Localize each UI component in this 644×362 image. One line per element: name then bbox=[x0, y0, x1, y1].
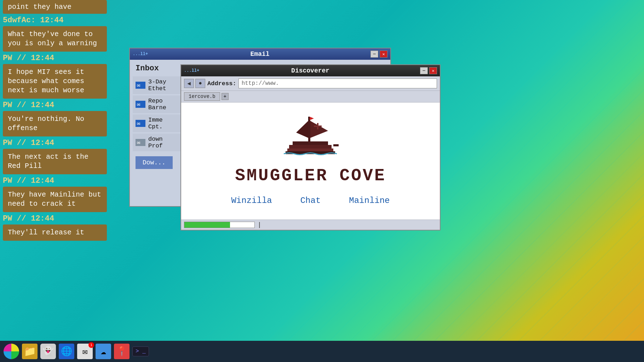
email-item-text-2: RepoBarne bbox=[148, 98, 166, 111]
browser-minimize-button[interactable]: — bbox=[420, 67, 428, 74]
taskbar-cloud-icon[interactable]: ☁ bbox=[96, 344, 111, 359]
chat-bubble-5: They have Mainline but need to crack it bbox=[3, 187, 107, 212]
taskbar-terminal[interactable]: > _ bbox=[132, 346, 149, 356]
taskbar-map-icon[interactable]: 📍 bbox=[114, 344, 130, 359]
chat-group-1: 5dwfAc: 12:44 What they've done to you i… bbox=[0, 14, 110, 52]
email-title: Email bbox=[149, 51, 370, 58]
chat-bubble-4: The next act is the Red Pill bbox=[3, 149, 107, 174]
email-minimize-button[interactable]: — bbox=[370, 51, 378, 58]
smuggler-nav-links: Winzilla Chat Mainline bbox=[231, 196, 390, 205]
chat-truncated-message: point they have bbox=[3, 0, 107, 14]
email-item-text-1: 3-DayEthet bbox=[148, 78, 166, 92]
chat-group-6: PW // 12:44 They'll release it bbox=[0, 213, 110, 241]
email-signal: ...ll+ bbox=[133, 52, 148, 57]
mail-notification-badge: 1 bbox=[88, 342, 94, 348]
page-load-progress bbox=[184, 222, 255, 228]
svg-rect-9 bbox=[308, 117, 310, 121]
browser-window: ...ll+ Discoverer — ✕ ◀ ● Address: 1erco… bbox=[180, 64, 441, 230]
taskbar-folder-icon[interactable]: 📁 bbox=[22, 344, 38, 359]
smuggler-link-mainline[interactable]: Mainline bbox=[349, 196, 390, 205]
smuggler-cove-title: SMUGGLER COVE bbox=[235, 166, 386, 185]
browser-tab-active[interactable]: 1ercove.b bbox=[184, 92, 220, 101]
browser-signal: ...ll+ bbox=[184, 68, 199, 73]
taskbar-mail-icon[interactable]: ✉ 1 bbox=[77, 344, 93, 359]
browser-toolbar: ◀ ● Address: bbox=[181, 76, 440, 91]
browser-content: SMUGGLER COVE Winzilla Chat Mainline bbox=[181, 103, 440, 220]
svg-marker-6 bbox=[296, 121, 308, 138]
chat-timestamp-2: PW // 12:44 bbox=[0, 52, 110, 63]
email-envelope-icon-2 bbox=[136, 101, 145, 108]
taskbar-ghost-icon[interactable]: 👻 bbox=[40, 344, 56, 359]
chat-timestamp-5: PW // 12:44 bbox=[0, 175, 110, 186]
chat-sidebar: point they have 5dwfAc: 12:44 What they'… bbox=[0, 0, 110, 362]
chat-timestamp-4: PW // 12:44 bbox=[0, 137, 110, 148]
smuggler-link-winzilla[interactable]: Winzilla bbox=[231, 196, 272, 205]
start-button[interactable] bbox=[4, 344, 19, 359]
chat-group-5: PW // 12:44 They have Mainline but need … bbox=[0, 175, 110, 213]
browser-window-controls[interactable]: — ✕ bbox=[420, 67, 437, 74]
chat-timestamp-6: PW // 12:44 bbox=[0, 213, 110, 224]
chat-bubble-1: What they've done to you is only a warni… bbox=[3, 26, 107, 52]
email-envelope-icon-1 bbox=[136, 82, 145, 89]
browser-navigation[interactable]: ◀ ● bbox=[184, 79, 205, 88]
chat-group-3: PW // 12:44 You're nothing. No offense bbox=[0, 99, 110, 137]
browser-titlebar: ...ll+ Discoverer — ✕ bbox=[181, 65, 440, 76]
address-bar-input[interactable] bbox=[238, 78, 437, 88]
browser-status-bar: | bbox=[181, 220, 440, 230]
email-item-text-4: downProf bbox=[148, 136, 163, 149]
email-item-text-3: ImmeCpt. bbox=[148, 117, 163, 130]
email-download-button[interactable]: Dow... bbox=[136, 156, 173, 169]
svg-rect-8 bbox=[317, 123, 318, 129]
email-envelope-icon-4 bbox=[136, 139, 145, 146]
chat-bubble-2: I hope MI7 sees it because what comes ne… bbox=[3, 64, 107, 99]
chat-bubble-3: You're nothing. No offense bbox=[3, 111, 107, 136]
smuggler-cove-logo: SMUGGLER COVE Winzilla Chat Mainline bbox=[231, 110, 390, 205]
taskbar: 📁 👻 🌐 ✉ 1 ☁ 📍 > _ bbox=[0, 341, 644, 362]
chat-group-2: PW // 12:44 I hope MI7 sees it because w… bbox=[0, 52, 110, 99]
browser-title: Discoverer bbox=[201, 67, 420, 74]
address-label: Address: bbox=[207, 80, 236, 87]
svg-marker-5 bbox=[310, 121, 328, 138]
chat-group-4: PW // 12:44 The next act is the Red Pill bbox=[0, 137, 110, 175]
email-window-controls[interactable]: — ✕ bbox=[370, 51, 387, 58]
progress-bar-fill bbox=[184, 222, 230, 228]
svg-rect-11 bbox=[333, 144, 339, 146]
browser-close-button[interactable]: ✕ bbox=[429, 67, 437, 74]
smuggler-link-chat[interactable]: Chat bbox=[300, 196, 321, 205]
pirate-ship-image bbox=[278, 110, 342, 163]
browser-forward-button[interactable]: ● bbox=[195, 79, 205, 88]
browser-back-button[interactable]: ◀ bbox=[184, 79, 194, 88]
browser-tab-bar: 1ercove.b + bbox=[181, 91, 440, 103]
email-close-button[interactable]: ✕ bbox=[380, 51, 387, 58]
cursor-indicator: | bbox=[258, 221, 261, 228]
svg-marker-10 bbox=[310, 117, 314, 120]
chat-timestamp-3: PW // 12:44 bbox=[0, 99, 110, 110]
chat-timestamp-1: 5dwfAc: 12:44 bbox=[0, 14, 110, 25]
email-envelope-icon-3 bbox=[136, 120, 145, 127]
taskbar-globe-icon[interactable]: 🌐 bbox=[59, 344, 74, 359]
chat-bubble-6: They'll release it bbox=[3, 224, 107, 241]
email-titlebar: ...ll+ Email — ✕ bbox=[130, 48, 390, 60]
browser-add-tab-button[interactable]: + bbox=[222, 93, 229, 100]
svg-rect-4 bbox=[308, 120, 310, 143]
